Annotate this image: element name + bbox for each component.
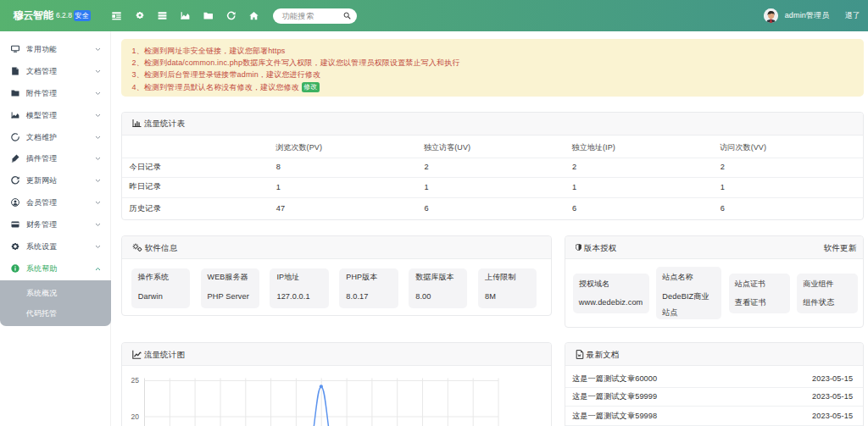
svg-text:25: 25 bbox=[131, 376, 140, 385]
svg-text:20: 20 bbox=[131, 412, 140, 421]
